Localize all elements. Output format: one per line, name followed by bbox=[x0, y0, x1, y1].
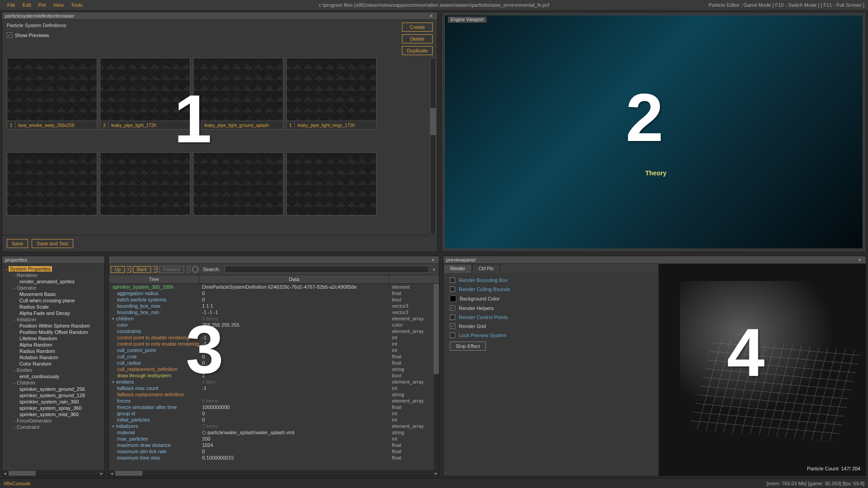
create-button[interactable]: Create bbox=[402, 23, 433, 32]
tree-item[interactable]: Rotation Random bbox=[4, 354, 103, 361]
grid-row[interactable]: initial_particles0int bbox=[109, 417, 439, 423]
grid-row[interactable]: maximum draw distance1024float bbox=[109, 442, 439, 448]
close-icon[interactable]: × bbox=[428, 13, 434, 19]
show-previews-checkbox[interactable]: ✓Show Previews bbox=[7, 33, 67, 38]
grid-row[interactable]: control point to only enable rendering-1… bbox=[109, 341, 439, 347]
grid-row[interactable]: batch particle systems0bool bbox=[109, 296, 439, 303]
tree-category[interactable]: -Renderer bbox=[4, 272, 103, 278]
up-dropdown-icon[interactable]: ▾ bbox=[127, 266, 131, 272]
grid-row[interactable]: fallback max count-1int bbox=[109, 385, 439, 391]
up-button[interactable]: Up bbox=[111, 266, 125, 273]
grid-row[interactable]: cull_replacement_definitionstring bbox=[109, 366, 439, 372]
thumbnail-item[interactable]: 1lava_smoke_warp_256x256 bbox=[7, 58, 97, 150]
tree-item[interactable]: Lifetime Random bbox=[4, 335, 103, 342]
tree-item[interactable]: Radius Random bbox=[4, 348, 103, 354]
tree-item[interactable]: Movement Basic bbox=[4, 291, 103, 297]
tree-item[interactable]: Cull when crossing plane bbox=[4, 297, 103, 304]
save-test-button[interactable]: Save and Test bbox=[32, 239, 73, 248]
opt-bbox[interactable]: Render Bounding Box bbox=[450, 277, 652, 283]
opt-bgcolor[interactable]: Background Color bbox=[450, 296, 652, 302]
grid-row[interactable]: fallback replacement definitionstring bbox=[109, 391, 439, 398]
grid-row[interactable]: cull_cost0float bbox=[109, 353, 439, 360]
back-dropdown-icon[interactable]: ▾ bbox=[153, 266, 157, 272]
back-button[interactable]: Back bbox=[133, 266, 151, 273]
search-input[interactable] bbox=[225, 266, 429, 273]
grid-row[interactable]: cull_control_point0int bbox=[109, 347, 439, 353]
h-scrollbar[interactable]: ◄► bbox=[109, 470, 439, 476]
col-tree-header[interactable]: Tree bbox=[109, 275, 199, 283]
h-scrollbar[interactable]: ◄► bbox=[2, 470, 104, 476]
tree-item[interactable]: render_animated_sprites bbox=[4, 278, 103, 285]
color-swatch[interactable] bbox=[450, 296, 456, 302]
tree-item[interactable]: Radius Scale bbox=[4, 304, 103, 310]
thumbnail-item[interactable] bbox=[193, 152, 283, 235]
delete-button[interactable]: Delete bbox=[402, 34, 433, 43]
tree-item[interactable]: Alpha Fade and Decay bbox=[4, 310, 103, 316]
tree-category[interactable]: -Emitter bbox=[4, 367, 103, 373]
grid-body[interactable]: -sprinker_system_360_180hDmeParticleSyst… bbox=[109, 284, 439, 470]
tree-item[interactable]: Position Within Sphere Random bbox=[4, 323, 103, 329]
console-tab[interactable]: #BxConsole bbox=[4, 481, 30, 486]
menu-edit[interactable]: Edit bbox=[19, 2, 35, 8]
thumbnail-item[interactable] bbox=[286, 152, 377, 235]
tree-category[interactable]: -Initializer bbox=[4, 316, 103, 323]
tree-item[interactable]: Color Random bbox=[4, 361, 103, 367]
tree-item[interactable]: sprinker_system_mist_360 bbox=[4, 411, 103, 418]
grid-row[interactable]: draw through leafsystem1bool bbox=[109, 372, 439, 379]
close-icon[interactable]: × bbox=[857, 257, 863, 263]
opt-cps[interactable]: Render Control Points bbox=[450, 314, 652, 320]
engine-viewport[interactable]: Engine Viewport Theory 2 bbox=[444, 15, 863, 249]
tree-item[interactable]: Position Modify Offset Random bbox=[4, 329, 103, 335]
opt-helpers[interactable]: ✓Render Helpers bbox=[450, 305, 652, 311]
search-dropdown-icon[interactable]: ▾ bbox=[431, 267, 437, 272]
opt-grid[interactable]: ✓Render Grid bbox=[450, 324, 652, 329]
grid-row[interactable]: maximum time step0.1000000015float bbox=[109, 455, 439, 461]
grid-row[interactable]: bounding_box_max1 1 1vector3 bbox=[109, 303, 439, 309]
tree-category[interactable]: -Children bbox=[4, 380, 103, 386]
grid-row[interactable]: cull_radius0float bbox=[109, 360, 439, 366]
duplicate-button[interactable]: Duplicate bbox=[402, 46, 433, 55]
grid-row[interactable]: materialparticle\water_splash\water_spla… bbox=[109, 429, 439, 436]
col-data-header[interactable]: Data bbox=[199, 275, 389, 283]
grid-row[interactable]: +emitters1 itemelement_array bbox=[109, 379, 439, 385]
grid-row[interactable]: +initializers7 itemselement_array bbox=[109, 423, 439, 429]
tree-item[interactable]: sprinker_system_ground_256 bbox=[4, 386, 103, 392]
tree-category[interactable]: -Operator bbox=[4, 285, 103, 291]
menu-file[interactable]: File bbox=[4, 2, 19, 8]
tree-root[interactable]: System Properties bbox=[9, 266, 52, 272]
tab-ctrlpts[interactable]: Ctrl Pts bbox=[472, 264, 500, 273]
tree-item[interactable]: Alpha Random bbox=[4, 342, 103, 348]
thumbnail-item[interactable] bbox=[100, 152, 190, 235]
grid-row[interactable]: max_particles200int bbox=[109, 436, 439, 442]
grid-row[interactable]: control point to disable rendering-1int bbox=[109, 334, 439, 341]
scrollbar[interactable] bbox=[430, 58, 436, 235]
tab-render[interactable]: Render bbox=[443, 264, 472, 273]
tree-item[interactable]: sprinkler_system_rain_360 bbox=[4, 399, 103, 405]
grid-row[interactable]: aggregation radius0float bbox=[109, 290, 439, 296]
tree-item[interactable]: sprinker_system_spray_360 bbox=[4, 405, 103, 411]
tree-category[interactable]: -Constraint bbox=[4, 424, 103, 430]
grid-row[interactable]: -sprinker_system_360_180hDmeParticleSyst… bbox=[109, 284, 439, 290]
grid-row[interactable]: group id0int bbox=[109, 410, 439, 417]
grid-row[interactable]: bounding_box_min-1 -1 -1vector3 bbox=[109, 309, 439, 315]
close-icon[interactable]: × bbox=[430, 257, 436, 263]
save-button[interactable]: Save bbox=[7, 239, 28, 248]
grid-row[interactable]: forces0 itemselement_array bbox=[109, 398, 439, 404]
v-scrollbar[interactable] bbox=[434, 284, 439, 470]
grid-row[interactable]: maximum sim tick rate0float bbox=[109, 448, 439, 455]
thumbnail-item[interactable] bbox=[7, 152, 97, 235]
search-icon[interactable] bbox=[192, 266, 198, 272]
grid-row[interactable]: color255 255 255 255color bbox=[109, 322, 439, 328]
grid-row[interactable]: +children5 itemselement_array bbox=[109, 315, 439, 322]
thumbnail-item[interactable]: 1leaky_pipe_light_rings_172h bbox=[286, 58, 377, 150]
menu-view[interactable]: View bbox=[49, 2, 67, 8]
tree-category[interactable]: -ForceGenerator bbox=[4, 418, 103, 424]
opt-cull[interactable]: Render Culling Bounds bbox=[450, 286, 652, 292]
menu-pet[interactable]: Pet bbox=[35, 2, 50, 8]
grid-row[interactable]: constraints0 itemselement_array bbox=[109, 328, 439, 334]
stop-effect-button[interactable]: Stop Effect bbox=[450, 342, 486, 351]
tree-item[interactable]: emit_continuously bbox=[4, 373, 103, 380]
tree-item[interactable]: sprinker_system_ground_128 bbox=[4, 392, 103, 399]
preview-render-viewport[interactable]: Particle Count: 147/ 204 4 bbox=[659, 264, 866, 476]
opt-lock[interactable]: Lock Preview System bbox=[450, 333, 652, 338]
